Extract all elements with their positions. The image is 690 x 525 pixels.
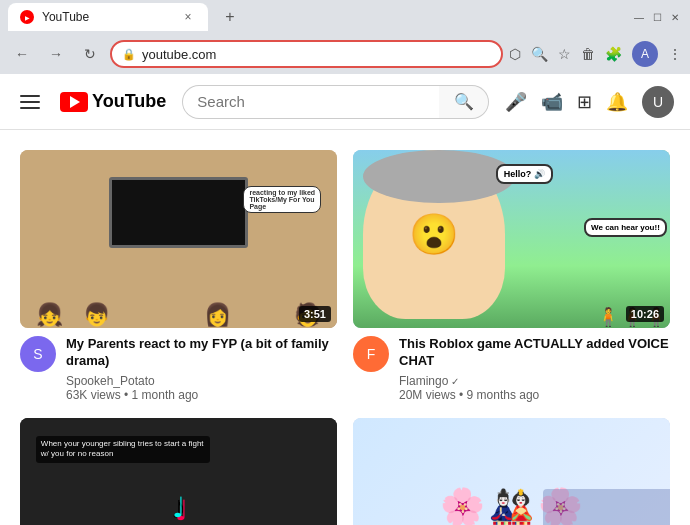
hello-speech-bubble: Hello? 🔊 xyxy=(496,164,554,184)
character-3: 👩 xyxy=(204,302,231,328)
tab-favicon xyxy=(20,10,34,24)
thumb-scene: ♪ ♩ When your younger sibling tries to s… xyxy=(20,418,337,525)
youtube-logo-text: YouTube xyxy=(92,91,166,112)
user-avatar[interactable]: U xyxy=(642,86,674,118)
extension-icon[interactable]: 🧩 xyxy=(605,46,622,62)
youtube-header: YouTube 🔍 🎤 📹 ⊞ 🔔 U xyxy=(0,74,690,130)
channel-avatar[interactable]: F xyxy=(353,336,389,372)
video-title: This Roblox game ACTUALLY added VOICE CH… xyxy=(399,336,670,370)
speaker-icon: 🔊 xyxy=(534,169,545,179)
address-bar[interactable]: 🔒 youtube.com xyxy=(110,40,503,68)
character-1: 👧 xyxy=(36,302,63,328)
close-window-button[interactable]: ✕ xyxy=(668,10,682,24)
hear-speech-bubble: We can hear you!! xyxy=(584,218,667,237)
tab-close-button[interactable]: × xyxy=(180,9,196,25)
bookmark-icon[interactable]: ☆ xyxy=(558,46,571,62)
video-grid: reacting to my likedTikToks/My For YouPa… xyxy=(20,150,670,525)
video-thumbnail[interactable]: reacting to my likedTikToks/My For YouPa… xyxy=(20,150,337,328)
window-controls: — ☐ ✕ xyxy=(632,10,682,24)
apps-grid-icon[interactable]: ⊞ xyxy=(577,91,592,113)
video-stats: 20M views • 9 months ago xyxy=(399,388,670,402)
hamburger-menu-button[interactable] xyxy=(16,91,44,113)
video-thumbnail[interactable]: ♪ ♩ When your younger sibling tries to s… xyxy=(20,418,337,525)
video-meta: This Roblox game ACTUALLY added VOICE CH… xyxy=(399,336,670,402)
notifications-bell-icon[interactable]: 🔔 xyxy=(606,91,628,113)
video-card[interactable]: 😮 Hello? 🔊 We can hear you!! xyxy=(353,150,670,402)
forward-button[interactable]: → xyxy=(42,40,70,68)
youtube-app: YouTube 🔍 🎤 📹 ⊞ 🔔 U xyxy=(0,74,690,525)
video-card[interactable]: reacting to my likedTikToks/My For YouPa… xyxy=(20,150,337,402)
mic-icon[interactable]: 🎤 xyxy=(505,91,527,113)
hamburger-line-3 xyxy=(20,107,40,109)
video-duration-badge: 3:51 xyxy=(299,306,331,322)
search-input[interactable] xyxy=(182,85,439,119)
tiktok-icon: ♩ xyxy=(172,491,185,524)
city-bg xyxy=(543,489,670,525)
youtube-logo[interactable]: YouTube xyxy=(60,91,166,112)
video-thumbnail[interactable]: 🌸 🎎 🌸 xyxy=(353,418,670,525)
delete-icon[interactable]: 🗑 xyxy=(581,46,595,62)
active-tab[interactable]: YouTube × xyxy=(8,3,208,31)
verified-checkmark-icon: ✓ xyxy=(451,376,459,387)
lock-icon: 🔒 xyxy=(122,48,136,61)
browser-account-icon[interactable]: A xyxy=(632,41,658,67)
video-duration-badge: 10:26 xyxy=(626,306,664,322)
hello-text: Hello? xyxy=(504,169,532,179)
anime-char-2: 🎎 xyxy=(489,486,534,525)
search-form: 🔍 xyxy=(182,85,489,119)
search-button[interactable]: 🔍 xyxy=(439,85,489,119)
tab-title: YouTube xyxy=(42,10,172,24)
channel-name[interactable]: Spookeh_Potato xyxy=(66,374,337,388)
back-button[interactable]: ← xyxy=(8,40,36,68)
video-info: F This Roblox game ACTUALLY added VOICE … xyxy=(353,336,670,402)
thumb-scene: 🌸 🎎 🌸 xyxy=(353,418,670,525)
zoom-icon[interactable]: 🔍 xyxy=(531,46,548,62)
new-tab-button[interactable]: + xyxy=(216,3,244,31)
hat xyxy=(363,150,515,203)
video-thumbnail[interactable]: 😮 Hello? 🔊 We can hear you!! xyxy=(353,150,670,328)
header-right-icons: 🎤 📹 ⊞ 🔔 U xyxy=(505,86,674,118)
address-bar-wrap: 🔒 youtube.com xyxy=(110,40,503,68)
browser-frame: YouTube × + — ☐ ✕ ← → ↻ 🔒 youtube.com ⬡ … xyxy=(0,0,690,525)
youtube-content: reacting to my likedTikToks/My For YouPa… xyxy=(0,130,690,525)
youtube-play-icon xyxy=(70,96,80,108)
youtube-logo-icon xyxy=(60,92,88,112)
maximize-button[interactable]: ☐ xyxy=(650,10,664,24)
video-card[interactable]: 🌸 🎎 🌸 A Anime style video xyxy=(353,418,670,525)
video-info: S My Parents react to my FYP (a bit of f… xyxy=(20,336,337,402)
search-icon: 🔍 xyxy=(454,92,474,111)
hamburger-line-2 xyxy=(20,101,40,103)
video-card[interactable]: ♪ ♩ When your younger sibling tries to s… xyxy=(20,418,337,525)
text-overlay-1: When your younger sibling tries to start… xyxy=(36,436,210,463)
character-2: 👦 xyxy=(83,302,110,328)
tv-element xyxy=(109,177,248,248)
channel-avatar[interactable]: S xyxy=(20,336,56,372)
speech-bubble: reacting to my likedTikToks/My For YouPa… xyxy=(243,186,321,213)
cast-icon[interactable]: ⬡ xyxy=(509,46,521,62)
anime-char-1: 🌸 xyxy=(440,486,485,525)
video-stats: 63K views • 1 month ago xyxy=(66,388,337,402)
video-camera-icon[interactable]: 📹 xyxy=(541,91,563,113)
title-bar: YouTube × + — ☐ ✕ xyxy=(0,0,690,34)
address-text[interactable]: youtube.com xyxy=(142,47,491,62)
address-bar-row: ← → ↻ 🔒 youtube.com ⬡ 🔍 ☆ 🗑 🧩 A ⋮ xyxy=(0,34,690,74)
minimize-button[interactable]: — xyxy=(632,10,646,24)
thumb-scene: reacting to my likedTikToks/My For YouPa… xyxy=(20,150,337,328)
video-meta: My Parents react to my FYP (a bit of fam… xyxy=(66,336,337,402)
channel-name-text: Flamingo xyxy=(399,374,448,388)
refresh-button[interactable]: ↻ xyxy=(76,40,104,68)
thumb-scene: 😮 Hello? 🔊 We can hear you!! xyxy=(353,150,670,328)
channel-name[interactable]: Flamingo ✓ xyxy=(399,374,670,388)
address-bar-icons: ⬡ 🔍 ☆ 🗑 🧩 A ⋮ xyxy=(509,41,682,67)
video-title: My Parents react to my FYP (a bit of fam… xyxy=(66,336,337,370)
hamburger-line-1 xyxy=(20,95,40,97)
browser-menu-icon[interactable]: ⋮ xyxy=(668,46,682,62)
